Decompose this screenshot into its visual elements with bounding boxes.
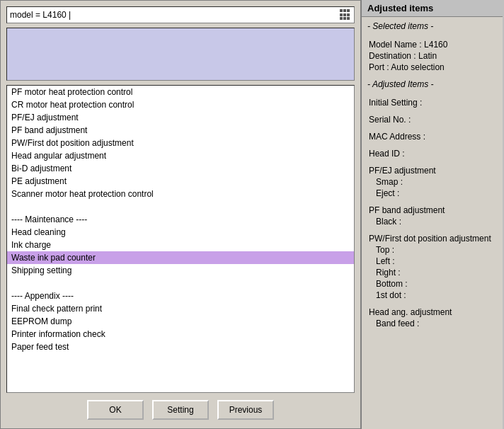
- list-item[interactable]: CR motor heat protection control: [7, 98, 354, 111]
- pw-left: Left :: [367, 256, 497, 266]
- pw-top: Top :: [367, 245, 497, 255]
- serial-no-label: Serial No. :: [367, 115, 497, 125]
- list-item[interactable]: Printer information check: [7, 328, 354, 341]
- pf-band-section: PF band adjustment: [367, 205, 497, 215]
- list-item[interactable]: Ink charge: [7, 239, 354, 251]
- initial-setting-label: Initial Setting :: [367, 98, 497, 108]
- list-item[interactable]: PW/First dot position adjustment: [7, 137, 354, 149]
- list-separator: [7, 277, 354, 290]
- main-panel: model = L4160 | PF motor heat protection…: [0, 0, 361, 429]
- list-item[interactable]: EEPROM dump: [7, 315, 354, 328]
- adjusted-items-header: - Adjusted Items -: [367, 79, 497, 89]
- list-item[interactable]: PF band adjustment: [7, 124, 354, 137]
- setting-button[interactable]: Setting: [152, 400, 209, 420]
- list-item-selected[interactable]: Waste ink pad counter: [7, 251, 354, 264]
- grid-icon: [340, 9, 351, 21]
- head-ang-bandfeed: Band feed :: [367, 319, 497, 328]
- destination-line: Destination : Latin: [367, 51, 497, 61]
- list-item[interactable]: Bi-D adjustment: [7, 162, 354, 175]
- pfej-eject: Eject :: [367, 188, 497, 198]
- list-item[interactable]: PE adjustment: [7, 175, 354, 188]
- selected-items-header: - Selected items -: [367, 21, 497, 31]
- list-item[interactable]: Final check pattern print: [7, 302, 354, 315]
- model-bar: model = L4160 |: [6, 6, 355, 23]
- list-item[interactable]: PF/EJ adjustment: [7, 111, 354, 124]
- pw-bottom: Bottom :: [367, 279, 497, 289]
- button-row: OK Setting Previous: [6, 397, 355, 423]
- model-name-line: Model Name : L4160: [367, 40, 497, 50]
- list-container[interactable]: PF motor heat protection control CR moto…: [6, 85, 355, 393]
- list-section-header: ---- Appendix ----: [7, 290, 354, 302]
- right-panel: Adjusted items - Selected items - Model …: [361, 0, 503, 429]
- right-panel-title: Adjusted items: [362, 0, 503, 17]
- list-item[interactable]: Head cleaning: [7, 226, 354, 239]
- head-ang-section: Head ang. adjustment: [367, 307, 497, 317]
- port-line: Port : Auto selection: [367, 62, 497, 72]
- list-item[interactable]: Shipping setting: [7, 264, 354, 277]
- list-section-header: ---- Maintenance ----: [7, 213, 354, 226]
- head-id-label: Head ID :: [367, 149, 497, 159]
- list-separator: [7, 200, 354, 213]
- ok-button[interactable]: OK: [87, 400, 144, 420]
- pfej-section: PF/EJ adjustment: [367, 166, 497, 176]
- model-text: model = L4160 |: [10, 10, 71, 20]
- mac-address-label: MAC Address :: [367, 132, 497, 142]
- pw-1stdot: 1st dot :: [367, 290, 497, 300]
- pw-section: PW/First dot position adjustment: [367, 234, 497, 244]
- preview-area: [6, 28, 355, 81]
- right-panel-content: - Selected items - Model Name : L4160 De…: [362, 17, 503, 429]
- pf-band-black: Black :: [367, 217, 497, 227]
- list-item[interactable]: Paper feed test: [7, 341, 354, 353]
- list-item[interactable]: Head angular adjustment: [7, 149, 354, 162]
- previous-button[interactable]: Previous: [217, 400, 274, 420]
- list-item[interactable]: PF motor heat protection control: [7, 86, 354, 98]
- pfej-smap: Smap :: [367, 177, 497, 187]
- list-item[interactable]: Scanner motor heat protection control: [7, 188, 354, 200]
- pw-right: Right :: [367, 268, 497, 278]
